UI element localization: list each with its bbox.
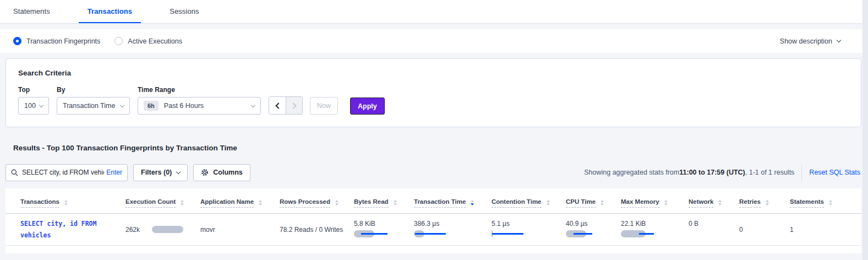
by-label: By bbox=[57, 86, 130, 94]
radio-selected-icon[interactable] bbox=[13, 37, 21, 45]
columns-label: Columns bbox=[213, 169, 242, 176]
stats-range: 11:00 to 17:59 (UTC) bbox=[679, 169, 745, 176]
radio-label: Active Executions bbox=[128, 37, 182, 45]
results-heading: Results - Top 100 Transaction Fingerprin… bbox=[13, 144, 868, 152]
chevron-left-icon bbox=[275, 102, 281, 109]
reset-sql-stats-link[interactable]: Reset SQL Stats bbox=[809, 169, 860, 176]
time-next-button[interactable] bbox=[286, 97, 302, 114]
column-header-rows-processed[interactable]: Rows Processed bbox=[280, 198, 354, 208]
aggregated-stats-text: Showing aggregated stats from 11:00 to 1… bbox=[584, 169, 794, 176]
time-range-value: Past 6 Hours bbox=[164, 102, 204, 110]
chevron-right-icon bbox=[290, 102, 296, 109]
sort-icon[interactable] bbox=[547, 200, 550, 205]
search-criteria-card: Search Criteria Top 100 By Transaction T… bbox=[6, 58, 861, 127]
max-memory-cell: 22.1 KiB bbox=[621, 214, 689, 245]
top-select-value: 100 bbox=[24, 102, 36, 110]
contention-time-cell: 5.1 µs bbox=[492, 214, 566, 245]
filters-button[interactable]: Filters (0) bbox=[133, 164, 188, 181]
sort-icon-active-desc[interactable] bbox=[471, 200, 474, 205]
column-header-cpu-time[interactable]: CPU Time bbox=[566, 198, 621, 208]
sort-icon[interactable] bbox=[829, 200, 832, 205]
radio-unselected-icon[interactable] bbox=[114, 37, 123, 45]
chevron-down-icon bbox=[251, 102, 255, 107]
time-nav-group bbox=[269, 96, 303, 115]
column-header-contention-time[interactable]: Contention Time bbox=[492, 198, 566, 208]
vertical-scrollbar[interactable] bbox=[862, 0, 868, 260]
view-toggle-band: Transaction Fingerprints Active Executio… bbox=[0, 29, 868, 53]
table-header-row: Transactions Execution Count Application… bbox=[6, 188, 861, 214]
column-header-network[interactable]: Network bbox=[689, 198, 739, 208]
top-label: Top bbox=[18, 86, 49, 94]
radio-active-executions[interactable]: Active Executions bbox=[114, 37, 182, 45]
time-range-field: Time Range 6h Past 6 Hours bbox=[138, 86, 261, 115]
sort-icon[interactable] bbox=[181, 200, 184, 205]
bytes-read-bar bbox=[354, 230, 392, 237]
column-header-bytes-read[interactable]: Bytes Read bbox=[354, 198, 414, 208]
filters-label: Filters (0) bbox=[141, 169, 172, 176]
gear-icon bbox=[201, 169, 209, 176]
by-field: By Transaction Time bbox=[57, 86, 130, 115]
search-input[interactable] bbox=[22, 169, 104, 176]
network-cell: 0 B bbox=[689, 214, 739, 245]
by-select[interactable]: Transaction Time bbox=[57, 97, 130, 115]
show-description-toggle[interactable]: Show description bbox=[780, 37, 840, 45]
time-prev-button[interactable] bbox=[269, 97, 286, 114]
by-select-value: Transaction Time bbox=[63, 102, 115, 110]
column-header-statements[interactable]: Statements bbox=[790, 198, 845, 208]
sort-icon[interactable] bbox=[600, 200, 604, 205]
chevron-down-icon bbox=[176, 170, 181, 174]
radio-label: Transaction Fingerprints bbox=[26, 37, 100, 45]
show-description-label: Show description bbox=[780, 37, 832, 45]
apply-button[interactable]: Apply bbox=[350, 98, 385, 115]
stats-prefix: Showing aggregated stats from bbox=[584, 169, 679, 176]
search-icon bbox=[11, 169, 18, 176]
top-select[interactable]: 100 bbox=[18, 97, 49, 115]
sort-icon[interactable] bbox=[766, 200, 769, 205]
columns-button[interactable]: Columns bbox=[193, 164, 250, 181]
sort-icon[interactable] bbox=[394, 200, 397, 205]
retries-cell: 0 bbox=[739, 214, 790, 245]
sort-icon[interactable] bbox=[718, 200, 722, 205]
chevron-down-icon bbox=[120, 102, 124, 107]
sort-icon[interactable] bbox=[335, 200, 339, 205]
tab-sessions[interactable]: Sessions bbox=[161, 0, 208, 23]
transaction-fingerprint-link[interactable]: SELECT city, id FROM vehicles bbox=[20, 214, 125, 245]
tab-statements[interactable]: Statements bbox=[4, 0, 59, 23]
radio-transaction-fingerprints[interactable]: Transaction Fingerprints bbox=[13, 37, 100, 45]
chevron-down-icon bbox=[39, 102, 43, 107]
sort-icon[interactable] bbox=[64, 200, 68, 205]
cpu-time-bar bbox=[566, 230, 604, 237]
column-header-transaction-time[interactable]: Transaction Time bbox=[414, 198, 492, 208]
statements-cell: 1 bbox=[790, 214, 845, 245]
results-controls: Enter Filters (0) Columns Showing aggreg… bbox=[6, 164, 860, 181]
search-criteria-title: Search Criteria bbox=[18, 69, 861, 77]
execution-count-cell: 262k bbox=[125, 214, 200, 245]
time-range-label: Time Range bbox=[138, 86, 261, 94]
column-header-transactions[interactable]: Transactions bbox=[20, 198, 125, 208]
transactions-table: Transactions Execution Count Application… bbox=[6, 188, 861, 253]
max-memory-bar bbox=[621, 230, 659, 237]
divider bbox=[801, 165, 802, 180]
page-tabs: Statements Transactions Sessions bbox=[0, 0, 868, 24]
stats-suffix: , 1-1 of 1 results bbox=[745, 169, 795, 176]
bytes-read-cell: 5.8 KiB bbox=[354, 214, 414, 245]
column-header-application-name[interactable]: Application Name bbox=[200, 198, 280, 208]
rows-processed-cell: 78.2 Reads / 0 Writes bbox=[280, 214, 354, 245]
sort-icon[interactable] bbox=[259, 200, 262, 205]
chevron-down-icon bbox=[837, 38, 841, 42]
cpu-time-cell: 40.9 µs bbox=[566, 214, 621, 245]
search-box[interactable]: Enter bbox=[6, 164, 128, 181]
column-header-max-memory[interactable]: Max Memory bbox=[621, 198, 689, 208]
now-button[interactable]: Now bbox=[310, 97, 338, 115]
column-header-execution-count[interactable]: Execution Count bbox=[125, 198, 200, 208]
table-row: SELECT city, id FROM vehicles 262k movr … bbox=[6, 214, 861, 246]
time-range-select[interactable]: 6h Past 6 Hours bbox=[138, 97, 261, 115]
application-name-cell: movr bbox=[200, 214, 280, 245]
execution-count-bar bbox=[152, 226, 185, 233]
transaction-time-cell: 386.3 µs bbox=[414, 214, 492, 245]
column-header-retries[interactable]: Retries bbox=[739, 198, 790, 208]
transaction-time-bar bbox=[414, 230, 452, 237]
search-enter-button[interactable]: Enter bbox=[106, 169, 122, 176]
tab-transactions[interactable]: Transactions bbox=[79, 0, 141, 23]
sort-icon[interactable] bbox=[664, 200, 668, 205]
